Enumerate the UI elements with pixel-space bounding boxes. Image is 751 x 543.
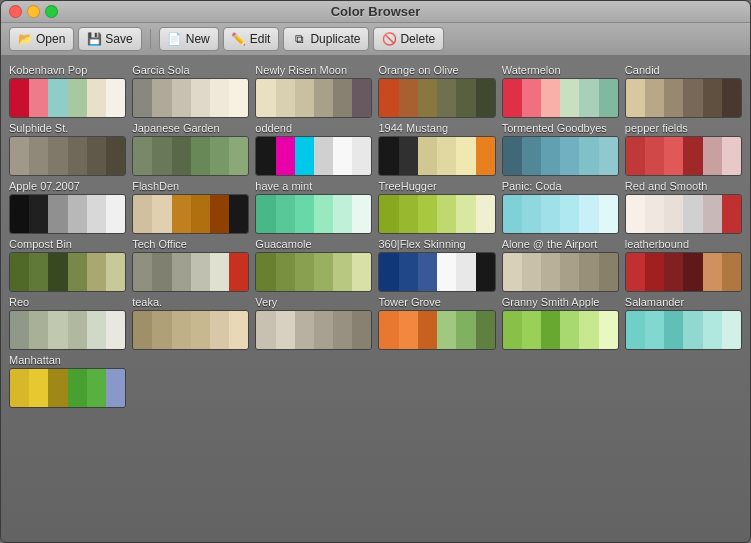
color-swatch <box>48 137 67 175</box>
color-swatch <box>152 195 171 233</box>
color-swatch <box>541 137 560 175</box>
palette-name: Kobenhavn Pop <box>9 64 126 76</box>
palette-item[interactable]: leatherbound <box>625 238 742 292</box>
color-swatch <box>437 79 456 117</box>
color-swatch <box>87 195 106 233</box>
color-swatch <box>314 79 333 117</box>
minimize-button[interactable] <box>27 5 40 18</box>
palette-name: FlashDen <box>132 180 249 192</box>
palette-item[interactable]: teaka. <box>132 296 249 350</box>
color-swatch <box>541 253 560 291</box>
palette-item[interactable]: Reo <box>9 296 126 350</box>
palette-swatches <box>625 252 742 292</box>
palette-swatches <box>132 194 249 234</box>
color-swatch <box>191 253 210 291</box>
palette-item[interactable]: Manhattan <box>9 354 126 408</box>
color-swatch <box>683 253 702 291</box>
palette-swatches <box>132 136 249 176</box>
edit-button[interactable]: ✏️ Edit <box>223 27 280 51</box>
color-swatch <box>599 253 618 291</box>
palette-item[interactable]: 360|Flex Skinning <box>378 238 495 292</box>
color-swatch <box>399 79 418 117</box>
palette-item[interactable]: Garcia Sola <box>132 64 249 118</box>
color-swatch <box>333 253 352 291</box>
color-swatch <box>703 79 722 117</box>
color-swatch <box>29 79 48 117</box>
new-button[interactable]: 📄 New <box>159 27 219 51</box>
color-swatch <box>456 79 475 117</box>
close-button[interactable] <box>9 5 22 18</box>
palette-item[interactable]: have a mint <box>255 180 372 234</box>
color-swatch <box>87 137 106 175</box>
color-swatch <box>68 369 87 407</box>
color-swatch <box>276 137 295 175</box>
palette-item[interactable]: FlashDen <box>132 180 249 234</box>
palette-item[interactable]: 1944 Mustang <box>378 122 495 176</box>
color-swatch <box>68 253 87 291</box>
palette-item[interactable]: TreeHugger <box>378 180 495 234</box>
palette-swatches <box>625 310 742 350</box>
palette-swatches <box>255 252 372 292</box>
palette-item[interactable]: Guacamole <box>255 238 372 292</box>
color-swatch <box>191 137 210 175</box>
palette-name: Salamander <box>625 296 742 308</box>
color-swatch <box>722 253 741 291</box>
color-swatch <box>106 195 125 233</box>
palette-name: oddend <box>255 122 372 134</box>
color-swatch <box>256 311 275 349</box>
palette-item[interactable]: Salamander <box>625 296 742 350</box>
palette-item[interactable]: Orange on Olive <box>378 64 495 118</box>
palette-item[interactable]: Tormented Goodbyes <box>502 122 619 176</box>
palette-item[interactable]: Tech Office <box>132 238 249 292</box>
palette-swatches <box>502 78 619 118</box>
color-swatch <box>10 369 29 407</box>
palette-item[interactable]: Alone @ the Airport <box>502 238 619 292</box>
palette-swatches <box>378 252 495 292</box>
palette-item[interactable]: Newly Risen Moon <box>255 64 372 118</box>
color-swatch <box>503 195 522 233</box>
palette-item[interactable]: Red and Smooth <box>625 180 742 234</box>
palette-item[interactable]: oddend <box>255 122 372 176</box>
color-swatch <box>68 311 87 349</box>
palette-item[interactable]: Tower Grove <box>378 296 495 350</box>
palette-name: Apple 07.2007 <box>9 180 126 192</box>
color-swatch <box>476 79 495 117</box>
palette-item[interactable]: Compost Bin <box>9 238 126 292</box>
palette-swatches <box>255 194 372 234</box>
maximize-button[interactable] <box>45 5 58 18</box>
palette-name: Tormented Goodbyes <box>502 122 619 134</box>
palette-item[interactable]: Kobenhavn Pop <box>9 64 126 118</box>
color-swatch <box>314 137 333 175</box>
open-button[interactable]: 📂 Open <box>9 27 74 51</box>
delete-button[interactable]: 🚫 Delete <box>373 27 444 51</box>
color-swatch <box>48 195 67 233</box>
color-swatch <box>379 195 398 233</box>
palette-item[interactable]: Japanese Garden <box>132 122 249 176</box>
new-icon: 📄 <box>168 32 182 46</box>
palette-swatches <box>132 78 249 118</box>
color-swatch <box>560 195 579 233</box>
palette-name: Japanese Garden <box>132 122 249 134</box>
palette-item[interactable]: Watermelon <box>502 64 619 118</box>
edit-icon: ✏️ <box>232 32 246 46</box>
palette-name: Alone @ the Airport <box>502 238 619 250</box>
palette-item[interactable]: Granny Smith Apple <box>502 296 619 350</box>
color-swatch <box>522 195 541 233</box>
duplicate-icon: ⧉ <box>292 32 306 46</box>
color-swatch <box>418 137 437 175</box>
palette-swatches <box>255 136 372 176</box>
color-swatch <box>560 79 579 117</box>
palette-item[interactable]: Very <box>255 296 372 350</box>
palette-item[interactable]: Apple 07.2007 <box>9 180 126 234</box>
palette-item[interactable]: Candid <box>625 64 742 118</box>
color-swatch <box>399 195 418 233</box>
duplicate-button[interactable]: ⧉ Duplicate <box>283 27 369 51</box>
palette-item[interactable]: Panic: Coda <box>502 180 619 234</box>
palette-item[interactable]: Sulphide St. <box>9 122 126 176</box>
color-swatch <box>333 79 352 117</box>
save-button[interactable]: 💾 Save <box>78 27 141 51</box>
color-swatch <box>333 195 352 233</box>
color-swatch <box>664 137 683 175</box>
palette-item[interactable]: pepper fields <box>625 122 742 176</box>
color-swatch <box>476 195 495 233</box>
